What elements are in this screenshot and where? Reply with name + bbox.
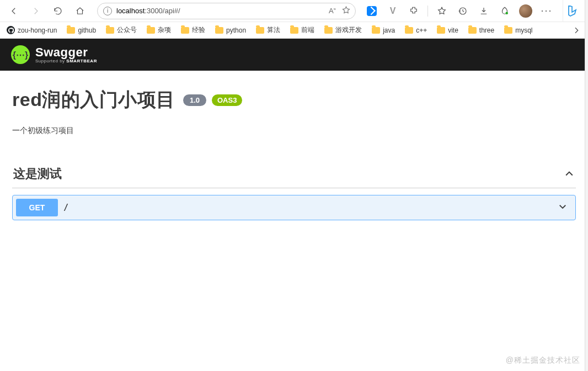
swagger-supported-by: Supported by SMARTBEAR	[35, 59, 97, 63]
bookmark-item[interactable]: 杂项	[145, 24, 173, 36]
folder-icon	[324, 27, 333, 34]
tag-header[interactable]: 这是测试	[12, 162, 576, 188]
watermark: @稀土掘金技术社区	[506, 356, 580, 365]
bookmark-label: 经验	[192, 25, 205, 35]
folder-icon	[106, 27, 114, 34]
bookmark-label: github	[78, 26, 96, 34]
bookmark-label: three	[479, 26, 494, 34]
bookmark-label: mysql	[515, 26, 532, 34]
bookmark-label: c++	[416, 26, 427, 34]
site-info-icon[interactable]: i	[103, 7, 112, 15]
url-text: localhost:3000/api#/	[116, 7, 180, 15]
folder-icon	[290, 27, 298, 34]
home-button[interactable]	[72, 3, 88, 19]
bookmark-item[interactable]: c++	[403, 25, 429, 35]
api-title: red润的入门小项目	[12, 87, 175, 113]
folder-icon	[468, 27, 477, 34]
bookmark-bar: zou-hong-rungithub公众号杂项经验python算法前端游戏开发j…	[0, 22, 588, 39]
operation-block[interactable]: GET /	[12, 195, 576, 220]
bookmark-item[interactable]: java	[370, 25, 397, 35]
bookmark-item[interactable]: 算法	[254, 24, 282, 36]
bookmark-item[interactable]: 前端	[288, 24, 317, 36]
bookmark-label: 杂项	[158, 25, 171, 35]
profile-avatar[interactable]	[518, 4, 533, 18]
more-menu-icon[interactable]: ···	[539, 4, 554, 18]
bookmark-item[interactable]: 经验	[179, 24, 207, 36]
downloads-icon[interactable]	[477, 4, 491, 18]
performance-icon[interactable]	[498, 4, 512, 18]
back-button[interactable]	[6, 3, 22, 19]
github-icon	[7, 26, 15, 34]
bookmark-item[interactable]: mysql	[502, 25, 534, 35]
refresh-button[interactable]	[50, 3, 66, 19]
browser-toolbar: i localhost:3000/api#/ A» V ···	[0, 0, 588, 22]
version-badge: 1.0	[183, 94, 206, 106]
folder-icon	[405, 27, 413, 34]
bookmark-item[interactable]: 公众号	[104, 24, 139, 36]
folder-icon	[67, 27, 75, 34]
toolbar-actions: V ···	[365, 4, 554, 18]
bing-sidebar-icon[interactable]	[563, 0, 582, 22]
bookmark-label: vite	[448, 26, 458, 34]
folder-icon	[256, 27, 264, 34]
window-right-edge	[585, 0, 588, 371]
v-extension-icon[interactable]: V	[386, 4, 400, 18]
http-method-badge: GET	[16, 199, 58, 216]
extensions-icon[interactable]	[407, 4, 421, 18]
oas-badge: OAS3	[212, 94, 242, 106]
swagger-brand: Swagger	[35, 46, 97, 59]
folder-icon	[372, 27, 380, 34]
send-icon[interactable]	[365, 4, 379, 18]
bookmark-item[interactable]: github	[65, 25, 98, 35]
bookmark-label: zou-hong-run	[18, 26, 57, 34]
main-content: red润的入门小项目 1.0 OAS3 一个初级练习项目 这是测试 GET /	[0, 71, 588, 237]
favorite-icon[interactable]	[341, 6, 351, 17]
bookmark-label: 算法	[267, 25, 280, 35]
folder-icon	[181, 27, 189, 34]
bookmark-overflow-icon[interactable]	[569, 23, 584, 38]
operation-path: /	[63, 203, 558, 213]
reading-mode-icon[interactable]: A»	[329, 7, 336, 15]
bookmark-item[interactable]: python	[213, 25, 248, 35]
history-icon[interactable]	[456, 4, 470, 18]
bookmark-label: 前端	[301, 25, 314, 35]
folder-icon	[504, 27, 512, 34]
svg-point-1	[506, 12, 509, 14]
folder-icon	[215, 27, 223, 34]
folder-icon	[437, 27, 445, 34]
tag-name: 这是测试	[13, 166, 62, 182]
chevron-down-icon	[558, 202, 568, 214]
api-description: 一个初级练习项目	[12, 126, 576, 136]
bookmark-label: python	[226, 26, 246, 34]
swagger-logo-icon: {⋯}	[11, 45, 30, 64]
address-bar[interactable]: i localhost:3000/api#/ A»	[97, 3, 356, 19]
chevron-up-icon	[564, 168, 575, 179]
swagger-header: {⋯} Swagger Supported by SMARTBEAR	[0, 39, 588, 71]
favorites-icon[interactable]	[435, 4, 449, 18]
bookmark-label: 公众号	[117, 25, 137, 35]
bookmark-item[interactable]: 游戏开发	[322, 24, 364, 36]
folder-icon	[147, 27, 155, 34]
bookmark-item[interactable]: vite	[435, 25, 461, 35]
forward-button[interactable]	[28, 3, 44, 19]
bookmark-item[interactable]: zou-hong-run	[4, 25, 59, 35]
bookmark-label: java	[383, 26, 395, 34]
bookmark-item[interactable]: three	[466, 25, 496, 35]
bookmark-label: 游戏开发	[335, 25, 362, 35]
